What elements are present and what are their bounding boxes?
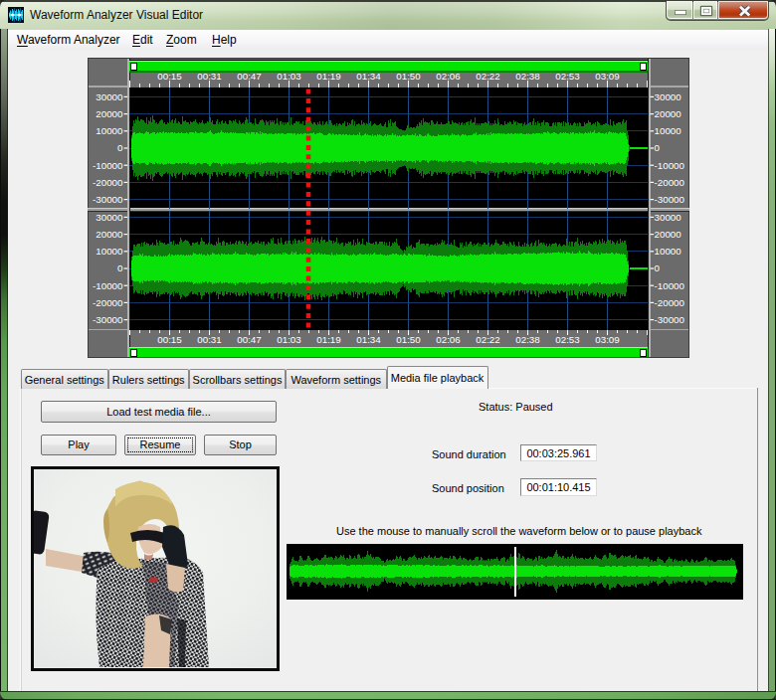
svg-text:02:53: 02:53 [555, 334, 580, 345]
svg-text:10000: 10000 [654, 246, 681, 257]
svg-text:20000: 20000 [654, 108, 681, 119]
svg-text:10000: 10000 [96, 246, 123, 257]
svg-text:-10000: -10000 [654, 279, 684, 290]
svg-text:02:06: 02:06 [436, 334, 461, 345]
svg-text:20000: 20000 [96, 229, 123, 240]
svg-text:-20000: -20000 [92, 296, 122, 307]
svg-text:01:50: 01:50 [396, 334, 421, 345]
svg-text:00:47: 00:47 [237, 71, 262, 82]
svg-text:0: 0 [654, 262, 660, 273]
svg-text:02:38: 02:38 [515, 334, 540, 345]
svg-text:02:22: 02:22 [476, 71, 500, 82]
svg-text:01:03: 01:03 [277, 334, 301, 345]
svg-text:-10000: -10000 [92, 279, 122, 290]
svg-text:-20000: -20000 [654, 296, 684, 307]
svg-text:-20000: -20000 [654, 176, 684, 187]
svg-text:0: 0 [654, 142, 660, 153]
svg-text:-30000: -30000 [92, 194, 122, 205]
svg-text:00:31: 00:31 [197, 334, 222, 345]
svg-text:10000: 10000 [654, 125, 681, 136]
svg-text:-20000: -20000 [92, 176, 122, 187]
svg-text:00:47: 00:47 [237, 334, 262, 345]
svg-text:00:31: 00:31 [197, 71, 222, 82]
svg-text:10000: 10000 [96, 125, 123, 136]
svg-text:01:34: 01:34 [356, 334, 381, 345]
svg-text:02:53: 02:53 [555, 71, 580, 82]
svg-text:30000: 30000 [654, 90, 681, 101]
svg-text:01:34: 01:34 [356, 71, 381, 82]
svg-text:01:50: 01:50 [396, 71, 421, 82]
svg-text:-30000: -30000 [654, 194, 684, 205]
svg-text:01:19: 01:19 [316, 334, 341, 345]
svg-text:02:06: 02:06 [436, 71, 461, 82]
svg-text:30000: 30000 [96, 90, 123, 101]
svg-text:20000: 20000 [96, 108, 123, 119]
svg-text:02:38: 02:38 [515, 71, 540, 82]
svg-text:03:09: 03:09 [595, 334, 620, 345]
svg-text:03:09: 03:09 [595, 71, 620, 82]
svg-text:01:03: 01:03 [277, 71, 301, 82]
svg-text:30000: 30000 [96, 211, 123, 222]
svg-text:00:15: 00:15 [157, 71, 182, 82]
svg-text:-10000: -10000 [92, 159, 122, 170]
svg-text:0: 0 [117, 142, 123, 153]
svg-text:-30000: -30000 [654, 314, 684, 325]
svg-text:-10000: -10000 [654, 159, 684, 170]
svg-text:02:22: 02:22 [476, 334, 500, 345]
svg-text:00:15: 00:15 [157, 334, 182, 345]
svg-text:20000: 20000 [654, 229, 681, 240]
svg-text:01:19: 01:19 [316, 71, 341, 82]
svg-text:0: 0 [117, 262, 123, 273]
svg-text:30000: 30000 [654, 211, 681, 222]
svg-text:-30000: -30000 [92, 314, 122, 325]
